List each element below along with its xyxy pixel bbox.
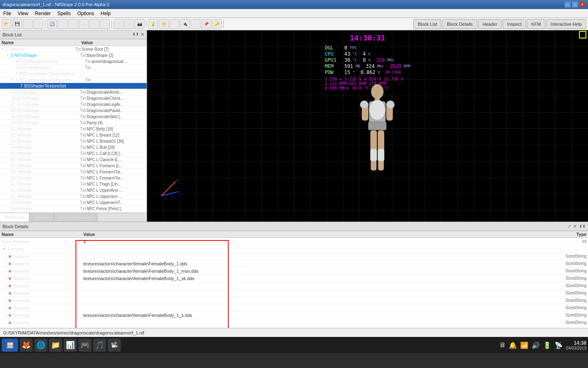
taskbar-winamp[interactable]: 🎵 <box>93 339 106 352</box>
tree-item-6[interactable]: ▼ 6 BSLightingShaderProperty Txt <box>0 77 147 83</box>
menu-help[interactable]: Help <box>98 9 114 18</box>
details-collapse-icon[interactable]: ⬇⬆ <box>579 224 586 229</box>
tree-item-55[interactable]: 55 NiNode Txt NPC L Calf [LClf] [.. <box>0 150 147 157</box>
tab-interactive-help[interactable]: Interactive Help <box>546 19 586 29</box>
tree-item-29[interactable]: 29 NiTriShape Txt DragonscalePauld... <box>0 108 147 114</box>
tree-item-15[interactable]: 15 NiTriShape Txt DragonscaleChest... <box>0 95 147 101</box>
tree-item-60[interactable]: 60 NiNode Txt NPC L Thigh [Lth... <box>0 181 147 187</box>
detail-row-tex-5[interactable]: ❋Textures SizedString <box>0 289 588 297</box>
details-content[interactable]: Num Textures 9 int ▼ Textures ❋Textures … <box>0 238 588 328</box>
toolbar-light2[interactable]: 🔆 <box>159 19 169 29</box>
tab-block-details[interactable]: Block Details <box>442 19 477 29</box>
toolbar-redo[interactable]: ↪ <box>33 19 43 29</box>
nvidia-icon[interactable]: 🖥 <box>499 341 506 349</box>
tree-item-80[interactable]: 80 NiStringExtraData Txt armor\dragonsca… <box>0 58 147 65</box>
tab-kfm[interactable]: KFM <box>527 19 545 29</box>
lp-tab-archive-browser[interactable]: Archive Browser <box>54 213 97 222</box>
toolbar-fillrect[interactable]: ■ <box>79 19 89 29</box>
tree-item-22[interactable]: 22 NiTriShape Txt DragonscaleLegAr... <box>0 101 147 108</box>
tree-item-59[interactable]: 59 NiNode Txt NPC L ForearmTw... <box>0 175 147 181</box>
tree-item-57[interactable]: 57 NiNode Txt NPC L Forearm [L... <box>0 163 147 169</box>
tree-item-36[interactable]: 36 NiTriShape Txt DragonscaleSkirt [.. <box>0 114 147 120</box>
menu-options[interactable]: Options <box>74 9 97 18</box>
toolbar-save[interactable]: 💾 <box>12 19 22 29</box>
tree-item-8[interactable]: 8 NiTriShape Txt DragonscaleArmb... <box>0 89 147 95</box>
tree-item-43[interactable]: 43 NiTriShape Txt Panty [4] <box>0 120 147 126</box>
taskbar-media[interactable]: 📽 <box>108 339 121 352</box>
details-expand-icon[interactable]: ⤢ <box>568 224 571 229</box>
toolbar-grid[interactable]: :: <box>58 19 67 29</box>
network-icon[interactable]: 📶 <box>520 341 528 349</box>
tree-item-63[interactable]: 63 NiNode Txt NPC L UpperarmT... <box>0 200 147 206</box>
detail-row-textures-parent[interactable]: ▼ Textures <box>0 245 588 253</box>
toolbar-refresh[interactable]: 🔄 <box>47 19 57 29</box>
toolbar-circle[interactable]: ⊕ <box>191 19 200 29</box>
menu-view[interactable]: View <box>14 9 31 18</box>
toolbar-open[interactable]: 📂 <box>2 19 11 29</box>
maximize-button[interactable]: □ <box>572 1 578 8</box>
menu-render[interactable]: Render <box>31 9 54 18</box>
toolbar-eye2[interactable]: ◉ <box>124 19 134 29</box>
toolbar-key[interactable]: 🔑 <box>212 19 222 29</box>
toolbar-up[interactable]: ↑ <box>169 19 179 29</box>
toolbar-eye[interactable]: 👁 <box>114 19 123 29</box>
block-list-content[interactable]: ▼ 0 NiNode Txt Scene Root [7] ▼ 1 NiTriS… <box>0 46 147 213</box>
close-button[interactable]: ✕ <box>579 1 586 8</box>
lp-tab-header[interactable]: Header <box>29 213 54 222</box>
toolbar-undo[interactable]: ↩ <box>23 19 33 29</box>
detail-row-tex-1[interactable]: ❋Textures textures\actors\character\fema… <box>0 260 588 267</box>
tree-item-7[interactable]: 7 BSShaderTextureSet <box>0 83 147 89</box>
tree-item-62[interactable]: 62 NiNode Txt NPC L Upperarm ... <box>0 193 147 200</box>
tab-block-list[interactable]: Block List <box>413 19 441 29</box>
taskbar-firefox[interactable]: 🦊 <box>20 339 33 352</box>
signal-icon[interactable]: 📡 <box>555 341 563 349</box>
taskbar-charts[interactable]: 📊 <box>64 339 77 352</box>
details-close-icon[interactable]: ✕ <box>573 224 577 229</box>
taskbar-chrome[interactable]: 🌐 <box>34 339 47 352</box>
detail-row-num-textures[interactable]: Num Textures 9 int <box>0 238 588 245</box>
tree-item-56[interactable]: 56 NiNode Txt NPC L Clavicle [L... <box>0 157 147 163</box>
toolbar-pin[interactable]: 📌 <box>201 19 211 29</box>
tree-item-53[interactable]: 53 NiNode Txt NPC L Breast01 [36] <box>0 138 147 144</box>
taskbar-minecraft[interactable]: 🎮 <box>78 339 91 352</box>
tree-item-3[interactable]: 3 BSDismemberSkinInstance <box>0 71 147 77</box>
tree-item-1[interactable]: ▼ 1 NiTriShape Txt BaseShape [2] <box>0 52 147 58</box>
toolbar-rect[interactable]: □ <box>68 19 78 29</box>
detail-row-tex-2[interactable]: ❋Textures textures\actors\character\fema… <box>0 267 588 275</box>
detail-row-tex-9[interactable]: ❋Textures SizedString <box>0 319 588 326</box>
start-button[interactable]: 🪟 <box>2 339 18 352</box>
toolbar-plug[interactable]: 🔌 <box>180 19 190 29</box>
tree-item-54[interactable]: 54 NiNode Txt NPC L Butt [28] <box>0 144 147 150</box>
notification-icon[interactable]: 🔔 <box>509 341 517 349</box>
lp-tab-block-list[interactable]: Block List <box>0 213 29 222</box>
tree-item-51[interactable]: 51 NiNode Txt NPC Belly [18] <box>0 126 147 132</box>
tree-item-52[interactable]: 52 NiNode Txt NPC L Breast [12] <box>0 132 147 138</box>
tab-header[interactable]: Header <box>478 19 502 29</box>
toolbar-darkrect[interactable]: ▪ <box>89 19 99 29</box>
tab-inspect[interactable]: Inspect <box>503 19 526 29</box>
collapse-icon[interactable]: ⬇⬆ <box>132 32 139 37</box>
toolbar-light[interactable]: 💡 <box>148 19 158 29</box>
battery-icon[interactable]: 🔋 <box>543 341 551 349</box>
taskbar-explorer[interactable]: 📁 <box>49 339 62 352</box>
detail-row-tex-4[interactable]: ❋Textures SizedString <box>0 282 588 289</box>
viewport[interactable]: 14:38:31 OGL 0 FPS CPU 43 °C 4 % GPU1 30 <box>147 30 588 222</box>
block-list-close-button[interactable]: ✕ <box>140 32 144 37</box>
toolbar-arrow[interactable]: ↖ <box>100 19 110 29</box>
volume-icon[interactable]: 🔊 <box>532 341 540 349</box>
tree-item-58[interactable]: 58 NiNode Txt NPC L ForearmTw... <box>0 169 147 175</box>
detail-row-tex-7[interactable]: ❋Textures SizedString <box>0 304 588 312</box>
detail-row-tex-3[interactable]: ❋Textures textures\actors\character\fema… <box>0 275 588 282</box>
menu-file[interactable]: File <box>0 9 14 18</box>
svg-rect-4 <box>368 122 386 130</box>
tree-item-2[interactable]: 2 NiTriShapeData Txt <box>0 65 147 71</box>
tree-item-0[interactable]: ▼ 0 NiNode Txt Scene Root [7] <box>0 46 147 52</box>
menu-spells[interactable]: Spells <box>54 9 74 18</box>
toolbar-camera[interactable]: 📷 <box>135 19 145 29</box>
detail-row-tex-0[interactable]: ❋Textures SizedString <box>0 253 588 260</box>
tree-item-64[interactable]: 64 NiNode Txt NPC Pelvis [Pelv] [.. <box>0 206 147 212</box>
minimize-button[interactable]: ─ <box>564 1 571 8</box>
tree-item-61[interactable]: 61 NiNode Txt NPC L UpperArm ... <box>0 187 147 193</box>
detail-row-tex-8[interactable]: ❋Textures textures\actors\character\fema… <box>0 312 588 319</box>
detail-row-tex-6[interactable]: ❋Textures SizedString <box>0 297 588 304</box>
